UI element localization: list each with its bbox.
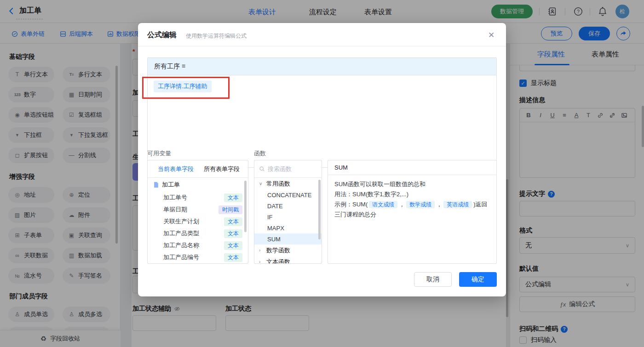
variable-row[interactable]: 加工产品类型文本 bbox=[148, 228, 248, 239]
formula-target-row: 所有工序 = bbox=[148, 58, 496, 75]
function-item[interactable]: DATE bbox=[254, 200, 322, 211]
formula-editor[interactable]: 所有工序 = bbox=[147, 57, 497, 168]
variables-tabs: 当前表单字段 所有表单字段 bbox=[148, 160, 248, 178]
function-description-panel: SUM SUM函数可以获取一组数值的总和 用法：SUM(数字1,数字2,...)… bbox=[328, 160, 497, 264]
type-tag: 时间戳 bbox=[218, 205, 242, 214]
function-description-body: SUM函数可以获取一组数值的总和 用法：SUM(数字1,数字2,...) 示例：… bbox=[328, 175, 496, 224]
description-example: 示例：SUM(语文成绩，数学成绩，英语成绩)返回三门课程的总分 bbox=[334, 199, 490, 220]
function-search[interactable] bbox=[254, 160, 322, 178]
tab-current-form-fields[interactable]: 当前表单字段 bbox=[148, 165, 194, 173]
confirm-button[interactable]: 确定 bbox=[459, 272, 497, 287]
variables-label: 可用变量 bbox=[147, 149, 171, 158]
dialog-subtitle: 使用数学运算符编辑公式 bbox=[186, 32, 247, 40]
type-tag: 文本 bbox=[224, 193, 242, 202]
type-tag: 文本 bbox=[224, 253, 242, 262]
formula-target-label: 所有工序 = bbox=[154, 63, 185, 71]
description-summary: SUM函数可以获取一组数值的总和 bbox=[334, 179, 490, 189]
chevron-open-icon: ∨ bbox=[259, 181, 264, 186]
formula-edit-dialog: 公式编辑 使用数学运算符编辑公式 ✕ 所有工序 = 工序详情.工序辅助 可用变量… bbox=[138, 23, 506, 296]
variables-scrollbar[interactable] bbox=[244, 181, 247, 232]
example-field-chip: 语文成绩 bbox=[369, 201, 397, 208]
example-field-chip: 英语成绩 bbox=[443, 201, 472, 208]
chevron-closed-icon: › bbox=[259, 259, 264, 264]
variable-row-clipped bbox=[148, 263, 248, 264]
example-field-chip: 数学成绩 bbox=[406, 201, 435, 208]
function-item[interactable]: IF bbox=[254, 211, 322, 222]
chevron-closed-icon: › bbox=[259, 248, 264, 253]
functions-panel: ∨ 常用函数 CONCATENATE DATE IF MAPX SUM › 数学… bbox=[254, 160, 322, 264]
function-item-selected[interactable]: SUM bbox=[254, 233, 322, 245]
variable-row[interactable]: 关联生产计划文本 bbox=[148, 216, 248, 228]
type-tag: 文本 bbox=[224, 241, 242, 250]
function-item[interactable]: MAPX bbox=[254, 222, 322, 233]
variable-row[interactable]: 加工单号文本 bbox=[148, 192, 248, 204]
function-group-math[interactable]: › 数学函数 bbox=[254, 245, 322, 256]
type-tag: 文本 bbox=[224, 217, 242, 226]
function-group-text[interactable]: › 文本函数 bbox=[254, 256, 322, 264]
variables-form-root[interactable]: 加工单 bbox=[148, 178, 248, 192]
variables-panel: 当前表单字段 所有表单字段 加工单 加工单号文本 单据日期时间戳 关联生产计划文… bbox=[147, 160, 248, 264]
search-icon bbox=[259, 166, 265, 172]
functions-label: 函数 bbox=[254, 149, 266, 158]
dialog-title: 公式编辑 bbox=[147, 30, 177, 40]
close-icon[interactable]: ✕ bbox=[487, 30, 496, 40]
dialog-header-divider bbox=[138, 46, 506, 46]
form-doc-icon bbox=[153, 182, 159, 188]
tab-all-form-fields[interactable]: 所有表单字段 bbox=[194, 165, 240, 173]
type-tag: 文本 bbox=[224, 229, 242, 238]
function-search-input[interactable] bbox=[268, 165, 314, 172]
cancel-button[interactable]: 取消 bbox=[414, 272, 452, 287]
description-usage: 用法：SUM(数字1,数字2,...) bbox=[334, 189, 490, 199]
function-item[interactable]: CONCATENATE bbox=[254, 189, 322, 200]
variable-row[interactable]: 单据日期时间戳 bbox=[148, 204, 248, 216]
annotation-red-box bbox=[142, 77, 230, 99]
variable-row[interactable]: 加工产品名称文本 bbox=[148, 239, 248, 251]
function-group-common[interactable]: ∨ 常用函数 bbox=[254, 178, 322, 189]
functions-scrollbar[interactable] bbox=[318, 180, 321, 239]
function-name-header: SUM bbox=[328, 160, 496, 175]
variable-row[interactable]: 加工产品编号文本 bbox=[148, 251, 248, 263]
